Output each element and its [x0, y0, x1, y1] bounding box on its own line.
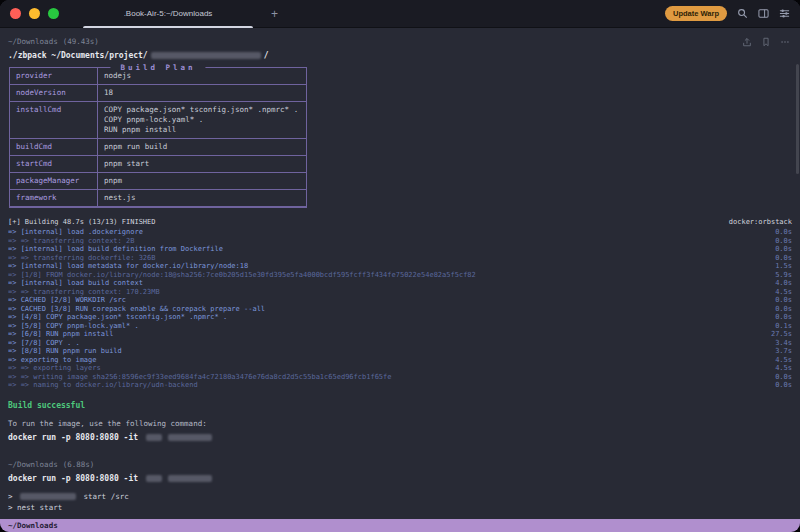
step-duration: 0.0s: [758, 313, 792, 322]
docker-build-step: => => naming to docker.io/library/udn-ba…: [8, 381, 792, 390]
docker-build-step: => [1/8] FROM docker.io/library/node:18@…: [8, 271, 792, 280]
terminal-output: ~/Downloads(49.43s) ./zbpack ~/Documents…: [0, 28, 800, 519]
step-duration: 5.9s: [758, 271, 792, 280]
build-plan-table: Build Plan provider nodejs nodeVersion 1…: [9, 67, 307, 208]
build-progress: [+] Building 48.7s (13/13) FINISHED: [8, 218, 156, 226]
step-duration: 0.0s: [758, 228, 792, 237]
window-controls: [10, 8, 59, 19]
command-slash: /: [264, 51, 269, 60]
step-duration: 4.5s: [758, 288, 792, 297]
step-duration: 4.0s: [758, 279, 792, 288]
step-duration: 27.5s: [758, 330, 792, 339]
docker-build-step: => [6/8] RUN pnpm install 27.5s: [8, 330, 792, 339]
docker-run-command-line: docker run -p 8080:8080 -it: [8, 474, 792, 483]
npm-script-line: > start /src: [8, 492, 792, 501]
terminal-tab[interactable]: .Book-Air-5:~/Downloads: [79, 0, 257, 28]
docker-build-summary: [+] Building 48.7s (13/13) FINISHED dock…: [8, 218, 792, 226]
build-plan-value: pnpm run build: [98, 139, 173, 155]
build-plan-title: Build Plan: [110, 63, 205, 72]
minimize-window-button[interactable]: [29, 8, 40, 19]
step-duration: 4.5s: [758, 364, 792, 373]
working-directory: ~/Downloads: [8, 460, 58, 469]
suggested-run-command: docker run -p 8080:8080 -it: [8, 433, 792, 442]
docker-run-block: ~/Downloads(6.88s) docker run -p 8080:80…: [8, 459, 792, 520]
docker-build-step: => => transferring dockerfile: 326B 0.0s: [8, 254, 792, 263]
titlebar: .Book-Air-5:~/Downloads + Update Warp: [0, 0, 800, 28]
share-icon[interactable]: [742, 37, 752, 47]
warp-terminal-window: .Book-Air-5:~/Downloads + Update Warp ~/…: [0, 0, 800, 532]
status-bar[interactable]: ~/Downloads: [0, 519, 800, 532]
redacted-text: [146, 434, 162, 441]
build-plan-row: startCmd pnpm start: [10, 156, 306, 173]
step-duration: 0.0s: [758, 296, 792, 305]
docker-build-step: => [7/8] COPY . . 3.4s: [8, 339, 792, 348]
build-plan-key: nodeVersion: [10, 85, 98, 101]
status-bar-path: ~/Downloads: [8, 521, 58, 530]
docker-build-step: => [internal] load build definition from…: [8, 245, 792, 254]
build-plan-row: installCmd COPY package.json* tsconfig.j…: [10, 102, 306, 139]
docker-build-step: => => transferring context: 170.23MB 4.5…: [8, 288, 792, 297]
tab-title: .Book-Air-5:~/Downloads: [124, 9, 213, 18]
titlebar-actions: Update Warp: [665, 6, 790, 21]
build-plan-value: COPY package.json* tsconfig.json* .npmrc…: [98, 102, 304, 138]
build-plan-key: packageManager: [10, 173, 98, 189]
redacted-text: [151, 52, 261, 59]
build-plan-key: startCmd: [10, 156, 98, 172]
close-window-button[interactable]: [10, 8, 21, 19]
command-block-header[interactable]: ~/Downloads(49.43s): [8, 36, 792, 47]
run-hint: To run the image, use the following comm…: [8, 419, 792, 428]
layout-icon[interactable]: [758, 8, 769, 19]
build-plan-key: installCmd: [10, 102, 98, 138]
step-duration: 0.1s: [758, 322, 792, 331]
docker-build-step: => [5/8] COPY pnpm-lock.yaml* . 0.1s: [8, 322, 792, 331]
step-duration: 1.5s: [758, 262, 792, 271]
docker-build-step: => [internal] load metadata for docker.i…: [8, 262, 792, 271]
more-icon[interactable]: [780, 37, 790, 47]
step-duration: 0.0s: [758, 237, 792, 246]
docker-build-step: => [internal] load build context 4.0s: [8, 279, 792, 288]
build-plan-value: nest.js: [98, 190, 142, 206]
build-plan-row: framework nest.js: [10, 190, 306, 207]
step-duration: 4.5s: [758, 356, 792, 365]
command-duration: (6.88s): [63, 460, 95, 469]
search-icon[interactable]: [737, 8, 748, 19]
builder-name: docker:orbstack: [729, 218, 792, 226]
bookmark-icon[interactable]: [761, 37, 771, 47]
step-duration: 0.0s: [758, 305, 792, 314]
build-plan-value: pnpm start: [98, 156, 155, 172]
block-actions: [742, 37, 790, 47]
working-directory: ~/Downloads: [8, 37, 58, 46]
new-tab-button[interactable]: +: [271, 8, 278, 20]
build-plan-value: pnpm: [98, 173, 128, 189]
docker-build-step: => CACHED [3/8] RUN corepack enable && c…: [8, 305, 792, 314]
build-plan-row: nodeVersion 18: [10, 85, 306, 102]
update-warp-button[interactable]: Update Warp: [665, 6, 727, 21]
build-plan-row: packageManager pnpm: [10, 173, 306, 190]
build-status: Build successful: [8, 401, 792, 410]
zbpack-command-line: ./zbpack ~/Documents/project//: [8, 51, 792, 60]
step-duration: 0.0s: [758, 381, 792, 390]
step-duration: 3.7s: [758, 347, 792, 356]
redacted-text: [168, 475, 212, 482]
build-plan-value: 18: [98, 85, 119, 101]
settings-icon[interactable]: [779, 8, 790, 19]
docker-build-step: => => transferring context: 2B 0.0s: [8, 237, 792, 246]
docker-build-step: => => writing image sha256:8596ec9f33eed…: [8, 373, 792, 382]
nest-start-line: > nest start: [8, 503, 792, 512]
step-duration: 3.4s: [758, 339, 792, 348]
redacted-text: [20, 493, 76, 500]
docker-build-step: => [4/8] COPY package.json* tsconfig.jso…: [8, 313, 792, 322]
step-duration: 0.0s: [758, 245, 792, 254]
command-duration: (49.43s): [63, 37, 99, 46]
zoom-window-button[interactable]: [48, 8, 59, 19]
command-args: ~/Documents/project/: [47, 51, 148, 60]
redacted-text: [146, 475, 162, 482]
command-block-header[interactable]: ~/Downloads(6.88s): [8, 459, 792, 470]
docker-build-step: => [8/8] RUN pnpm run build 3.7s: [8, 347, 792, 356]
redacted-text: [168, 434, 212, 441]
build-plan-key: buildCmd: [10, 139, 98, 155]
build-plan-key: framework: [10, 190, 98, 206]
scrollbar-thumb[interactable]: [796, 64, 799, 174]
command-name: ./zbpack: [8, 51, 47, 60]
docker-build-step: => exporting to image 4.5s: [8, 356, 792, 365]
